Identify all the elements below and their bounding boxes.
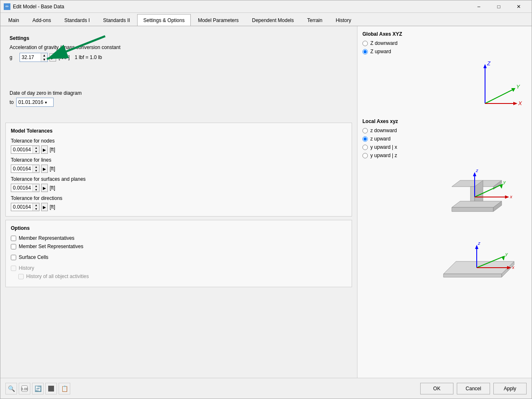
local-y-upward-x-label[interactable]: y upward | x	[370, 144, 397, 150]
maximize-button[interactable]: □	[489, 0, 508, 13]
directions-input-wrapper[interactable]: 0.00164 ▲ ▼	[11, 203, 39, 211]
gravity-down[interactable]: ▼	[41, 57, 47, 62]
svg-text:y: y	[503, 180, 506, 185]
surfaces-input-wrapper[interactable]: 0.00164 ▲ ▼	[11, 184, 39, 192]
svg-text:X: X	[518, 100, 522, 106]
lines-input-wrapper[interactable]: 0.00164 ▲ ▼	[11, 165, 39, 173]
local-z-downward-label[interactable]: z downward	[370, 128, 397, 133]
local-y-upward-z-radio[interactable]	[362, 153, 368, 158]
tab-standards1[interactable]: Standards I	[58, 14, 96, 26]
date-value: 01.01.2016	[18, 99, 43, 105]
apply-button[interactable]: Apply	[493, 383, 527, 394]
local-z-upward-radio[interactable]	[362, 136, 368, 142]
directions-up[interactable]: ▲	[33, 203, 39, 207]
nodes-unit: [ft]	[49, 147, 55, 153]
tab-bar: Main Add-ons Standards I Standards II Se…	[0, 13, 532, 26]
gravity-spinner[interactable]: ▲ ▼	[41, 53, 47, 62]
tab-main[interactable]: Main	[2, 14, 25, 26]
global-axes-section: Global Axes XYZ Z downward Z upward Z	[362, 31, 527, 112]
surfaces-arrow-btn[interactable]: ▶	[41, 184, 48, 192]
svg-marker-25	[505, 195, 509, 199]
cancel-button[interactable]: Cancel	[457, 383, 490, 394]
refresh-icon-btn[interactable]: 🔄	[32, 383, 44, 394]
lines-down[interactable]: ▼	[33, 169, 39, 172]
block-icon-btn[interactable]	[45, 383, 57, 394]
gravity-arrow-btn[interactable]: ▶	[49, 53, 56, 62]
svg-text:y: y	[505, 251, 508, 256]
bottom-icons-group: 🔍 0.00 🔄 📋	[5, 383, 70, 394]
history-label[interactable]: History	[19, 265, 34, 271]
tab-addons[interactable]: Add-ons	[26, 14, 57, 26]
minimize-button[interactable]: –	[469, 0, 488, 13]
svg-marker-3	[483, 64, 487, 68]
lines-value: 0.00164	[11, 166, 32, 172]
lines-label: Tolerance for lines	[11, 157, 347, 163]
local-z-downward-radio[interactable]	[362, 128, 368, 133]
local-z-upward-label[interactable]: z upward	[370, 136, 391, 142]
history-checkbox[interactable]	[11, 266, 16, 271]
nodes-input-wrapper[interactable]: 0.00164 ▲ ▼	[11, 145, 39, 154]
ibeam-diagram: z y x	[435, 162, 527, 228]
tab-modelparams[interactable]: Model Parameters	[192, 14, 245, 26]
search-icon-btn[interactable]: 🔍	[5, 383, 17, 394]
member-set-reps-checkbox[interactable]	[11, 244, 16, 249]
directions-down[interactable]: ▼	[33, 207, 39, 211]
local-y-upward-z-label[interactable]: y upward | z	[370, 153, 397, 158]
surface-cells-label[interactable]: Surface Cells	[19, 254, 48, 260]
close-button[interactable]: ✕	[509, 0, 528, 13]
lines-row: 0.00164 ▲ ▼ ▶ [ft]	[11, 165, 347, 173]
zero-icon-btn[interactable]: 0.00	[19, 383, 30, 394]
history-activities-row: History of all object activities	[18, 273, 347, 279]
global-z-upward-row: Z upward	[362, 49, 527, 54]
gravity-up[interactable]: ▲	[41, 53, 47, 57]
member-reps-label[interactable]: Member Representatives	[19, 235, 74, 241]
options-heading: Options	[11, 225, 347, 231]
surface-cells-row: Surface Cells	[11, 254, 347, 260]
global-z-upward-label[interactable]: Z upward	[370, 49, 391, 54]
tab-settings[interactable]: Settings & Options	[137, 14, 191, 26]
nodes-down[interactable]: ▼	[33, 150, 39, 153]
history-activities-checkbox[interactable]	[18, 274, 24, 279]
tab-dependent[interactable]: Dependent Models	[246, 14, 300, 26]
date-dropdown[interactable]: 01.01.2016 ▾	[16, 98, 54, 107]
global-axes-heading: Global Axes XYZ	[362, 31, 527, 37]
global-z-upward-radio[interactable]	[362, 49, 368, 54]
nodes-spinner[interactable]: ▲ ▼	[32, 146, 39, 153]
tab-standards2[interactable]: Standards II	[97, 14, 136, 26]
tab-history[interactable]: History	[330, 14, 357, 26]
window-title: Edit Model - Base Data	[13, 4, 469, 10]
tab-terrain[interactable]: Terrain	[301, 14, 329, 26]
date-arrow-icon: ▾	[45, 100, 47, 105]
surfaces-spinner[interactable]: ▲ ▼	[32, 184, 39, 192]
lines-arrow-btn[interactable]: ▶	[41, 165, 48, 173]
lines-up[interactable]: ▲	[33, 165, 39, 169]
surfaces-down[interactable]: ▼	[33, 188, 39, 192]
directions-spinner[interactable]: ▲ ▼	[32, 203, 39, 211]
surfaces-row: 0.00164 ▲ ▼ ▶ [ft]	[11, 184, 347, 192]
gravity-input[interactable]	[20, 53, 41, 62]
member-reps-checkbox[interactable]	[11, 236, 16, 241]
directions-row: 0.00164 ▲ ▼ ▶ [ft]	[11, 203, 347, 211]
global-z-downward-radio[interactable]	[362, 41, 368, 46]
global-z-downward-label[interactable]: Z downward	[370, 40, 397, 46]
surfaces-unit: [ft]	[49, 185, 55, 191]
surface-cells-checkbox[interactable]	[11, 255, 16, 260]
member-set-reps-label[interactable]: Member Set Representatives	[19, 244, 83, 249]
date-row: to 01.01.2016 ▾	[10, 98, 348, 107]
clipboard-icon-btn[interactable]: 📋	[59, 383, 70, 394]
nodes-arrow-btn[interactable]: ▶	[41, 145, 48, 154]
tolerances-heading: Model Tolerances	[11, 128, 347, 134]
directions-arrow-btn[interactable]: ▶	[41, 203, 48, 211]
surfaces-label: Tolerance for surfaces and planes	[11, 176, 347, 182]
gravity-input-wrapper[interactable]: ▲ ▼	[20, 53, 48, 62]
history-activities-label[interactable]: History of all object activities	[26, 273, 89, 279]
svg-marker-29	[443, 274, 502, 277]
nodes-up[interactable]: ▲	[33, 146, 39, 150]
svg-rect-41	[48, 386, 54, 392]
local-y-upward-x-radio[interactable]	[362, 145, 368, 150]
title-bar: ✏ Edit Model - Base Data – □ ✕	[0, 0, 532, 13]
surfaces-up[interactable]: ▲	[33, 184, 39, 188]
lines-spinner[interactable]: ▲ ▼	[32, 165, 39, 172]
directions-label: Tolerance for directions	[11, 195, 347, 201]
ok-button[interactable]: OK	[420, 383, 453, 394]
